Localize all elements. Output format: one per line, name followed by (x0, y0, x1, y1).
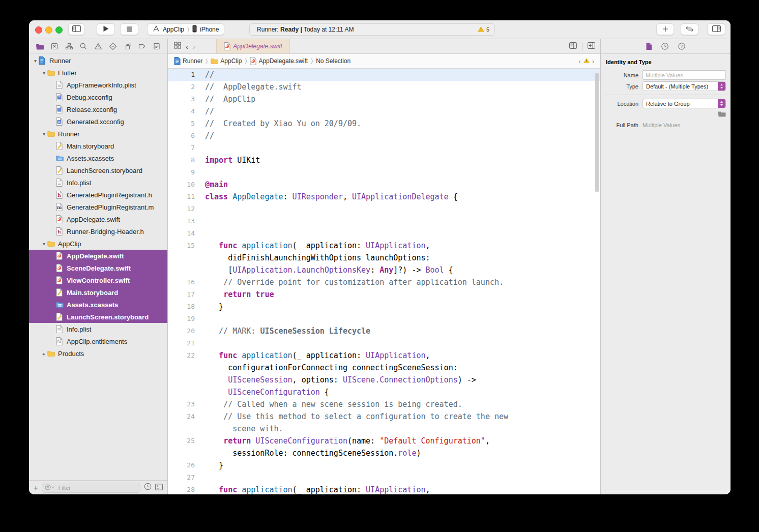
navigator-tab-source-control-icon[interactable] (50, 42, 59, 51)
disclosure-triangle-icon[interactable]: ▾ (41, 241, 47, 247)
tree-item-generated-xcconfig[interactable]: Generated.xcconfig (29, 115, 167, 128)
line-number[interactable]: 5 (168, 117, 197, 130)
tree-item-release-xcconfig[interactable]: Release.xcconfig (29, 103, 167, 115)
code-line[interactable]: 8import UIKit (168, 154, 600, 166)
line-number[interactable]: 15 (168, 240, 197, 252)
line-number[interactable]: 16 (168, 276, 197, 288)
code-line[interactable]: 15 func application(_ application: UIApp… (168, 240, 600, 252)
tree-item-assets-xcassets[interactable]: Assets.xcassets (29, 299, 167, 311)
code-line[interactable]: 3// AppClip (168, 93, 600, 105)
add-editor-icon[interactable] (588, 42, 595, 51)
history-inspector-tab[interactable] (661, 42, 669, 50)
stop-button[interactable] (120, 23, 138, 35)
source-control-status-icon[interactable] (155, 483, 163, 492)
previous-issue-button[interactable]: ‹ (578, 58, 580, 65)
tree-item-main-storyboard[interactable]: Main.storyboard (29, 140, 167, 152)
quick-help-inspector-tab[interactable]: ? (678, 42, 686, 50)
line-number[interactable]: 21 (168, 337, 197, 349)
line-number[interactable] (168, 386, 197, 398)
code-line[interactable]: 10@main (168, 179, 600, 191)
tree-item-main-storyboard[interactable]: Main.storyboard (29, 286, 167, 299)
line-number[interactable]: 4 (168, 105, 197, 117)
scheme-selector[interactable]: AppClip 〉 iPhone (147, 23, 224, 35)
code-line[interactable]: 27 (168, 471, 600, 484)
tree-item-appclip[interactable]: ▾AppClip (29, 238, 167, 250)
warning-count-badge[interactable]: 5 (478, 26, 489, 33)
code-line[interactable]: UISceneConfiguration { (168, 386, 600, 398)
breadcrumb-runner[interactable]: Runner (174, 57, 202, 65)
location-popup[interactable]: Relative to Group (643, 99, 726, 108)
editor-options-icon[interactable] (569, 42, 577, 51)
navigator-tab-symbols-icon[interactable] (65, 42, 74, 51)
tree-item-info-plist[interactable]: Info.plist (29, 323, 167, 335)
line-number[interactable]: 26 (168, 459, 197, 471)
disclosure-triangle-icon[interactable]: ▾ (41, 131, 47, 137)
line-number[interactable]: 3 (168, 93, 197, 105)
code-line[interactable]: sessionRole: connectingSceneSession.role… (168, 447, 600, 459)
line-number[interactable]: 17 (168, 288, 197, 301)
code-line[interactable]: 18 } (168, 301, 600, 313)
toggle-inspector-button[interactable] (707, 23, 725, 35)
code-line[interactable]: 5// Created by Xiao Yu on 20/9/09. (168, 117, 600, 130)
issue-warning-icon[interactable] (583, 57, 590, 65)
navigator-tab-breakpoints-icon[interactable] (137, 42, 147, 51)
code-line[interactable]: 28 func application(_ application: UIApp… (168, 484, 600, 494)
code-line[interactable]: 24 // Use this method to select a config… (168, 410, 600, 423)
file-inspector-tab[interactable] (646, 42, 652, 50)
navigator-tab-find-icon[interactable] (79, 42, 88, 51)
zoom-window-button[interactable] (55, 26, 63, 34)
library-button[interactable] (656, 23, 674, 35)
code-line[interactable]: UISceneSession, options: UIScene.Connect… (168, 374, 600, 386)
code-line[interactable]: 26 } (168, 459, 600, 471)
code-line[interactable]: 7 (168, 142, 600, 154)
tree-item-runner[interactable]: ▾Runner (29, 128, 167, 140)
line-number[interactable]: 25 (168, 435, 197, 447)
code-line[interactable]: 23 // Called when a new scene session is… (168, 398, 600, 410)
tree-item-appdelegate-swift[interactable]: AppDelegate.swift (29, 213, 167, 225)
type-popup[interactable]: Default - (Multiple Types) (643, 81, 726, 91)
editor-scrollbar[interactable] (595, 73, 599, 192)
code-line[interactable]: scene with. (168, 423, 600, 435)
editor-tab[interactable]: AppDelegate.swift (216, 39, 290, 53)
add-file-button[interactable]: + (34, 484, 38, 491)
related-items-icon[interactable] (174, 42, 181, 51)
tree-item-runner[interactable]: ▾Runner (29, 54, 167, 67)
code-line[interactable]: 16 // Override point for customization a… (168, 276, 600, 288)
disclosure-triangle-icon[interactable]: ▸ (41, 351, 47, 357)
line-number[interactable] (168, 362, 197, 374)
navigator-tab-project-icon[interactable] (35, 42, 44, 51)
code-line[interactable]: 17 return true (168, 288, 600, 301)
code-line[interactable]: 4// (168, 105, 600, 117)
tree-item-products[interactable]: ▸Products (29, 347, 167, 360)
navigator-tab-issues-icon[interactable] (94, 42, 103, 51)
code-line[interactable]: 12 (168, 203, 600, 215)
code-line[interactable]: didFinishLaunchingWithOptions launchOpti… (168, 252, 600, 264)
code-line[interactable]: 19 (168, 313, 600, 325)
code-line[interactable]: 13 (168, 215, 600, 227)
tree-item-appframeworkinfo-plist[interactable]: AppFrameworkInfo.plist (29, 79, 167, 91)
next-issue-button[interactable]: › (592, 58, 594, 65)
tree-item-appdelegate-swift[interactable]: AppDelegate.swift (29, 250, 167, 262)
line-number[interactable] (168, 374, 197, 386)
forward-button[interactable]: › (193, 43, 195, 50)
code-line[interactable]: configurationForConnecting connectingSce… (168, 362, 600, 374)
line-number[interactable]: 13 (168, 215, 197, 227)
line-number[interactable] (168, 423, 197, 435)
navigator-tab-debug-icon[interactable] (123, 42, 132, 51)
recent-files-icon[interactable] (144, 483, 152, 492)
minimize-window-button[interactable] (45, 26, 52, 34)
line-number[interactable]: 28 (168, 484, 197, 494)
tree-item-scenedelegate-swift[interactable]: SceneDelegate.swift (29, 262, 167, 274)
code-review-button[interactable] (681, 23, 698, 35)
tree-item-generatedpluginregistrant-m[interactable]: mGeneratedPluginRegistrant.m (29, 201, 167, 213)
breadcrumb-appdelegate-swift[interactable]: AppDelegate.swift (250, 57, 308, 65)
breadcrumb-no-selection[interactable]: No Selection (316, 57, 351, 65)
line-number[interactable]: 23 (168, 398, 197, 410)
line-number[interactable]: 14 (168, 227, 197, 240)
toggle-navigator-button[interactable] (68, 23, 85, 35)
choose-location-folder-icon[interactable] (718, 110, 726, 119)
line-number[interactable]: 19 (168, 313, 197, 325)
filter-input[interactable] (57, 484, 137, 491)
code-line[interactable]: 9 (168, 166, 600, 179)
tree-item-runner-bridging-header-h[interactable]: hRunner-Bridging-Header.h (29, 225, 167, 238)
